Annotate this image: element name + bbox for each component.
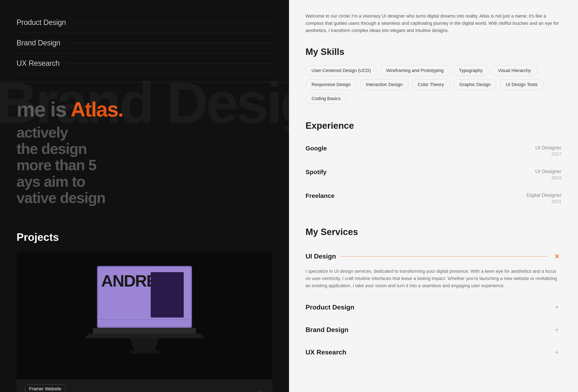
exp-role-spotify: UI Designer [535,169,562,174]
service-toggle-ui[interactable]: ✕ [552,252,562,261]
service-header-ux[interactable]: UX Research + [305,341,562,363]
exp-year-google: 2017 [535,151,562,157]
nav-label-product: Product Design [16,18,66,27]
laptop-svg-andrea: ANDREA [81,262,208,369]
hero-line-4: ays aim to [16,174,273,190]
nav-divider-3 [66,63,273,64]
service-header-brand[interactable]: Brand Design + [305,319,562,341]
skill-tag-7: Graphic Design [453,79,497,90]
exp-item-google: Google UI Designer 2017 [305,139,562,163]
hero-me-is: me is [16,98,66,121]
nav-item-ux[interactable]: UX Research [16,53,273,74]
svg-rect-3 [151,272,184,317]
hero-line-2: the design [16,141,273,157]
experience-title: Experience [305,121,562,131]
project-left-andrea: Framer Website Andrea [25,384,66,392]
skill-tag-6: Color Theory [412,79,450,90]
arrow-icon-andrea: ↗ [257,391,264,392]
exp-company-spotify: Spotify [305,169,327,175]
skills-container: User-Centered Design (UCD) Wireframing a… [305,65,562,104]
project-card-andrea: ANDREA Framer Website [16,252,273,392]
nav-label-ux: UX Research [16,59,60,68]
service-item-brand: Brand Design + [305,319,562,341]
nav-divider [72,22,273,23]
exp-year-spotify: 2019 [535,175,562,180]
hero-name-line: me is Atlas. [16,99,273,120]
nav-item-brand[interactable]: Brand Design [16,33,273,53]
service-item-ui: UI Design ✕ I specialize in UI design se… [305,245,562,296]
skill-tag-3: Visual Hierarchy [492,65,537,76]
experience-section: Experience Google UI Designer 2017 Spoti… [305,121,562,210]
skill-tag-8: UI Design Tools [500,79,543,90]
view-project-andrea[interactable]: View Project ↗ [225,391,264,392]
exp-role-google: UI Designer [535,145,562,151]
service-header-product[interactable]: Product Design + [305,296,562,318]
hero-block: Brand Design me is Atlas. actively the d… [0,82,289,223]
exp-role-freelance: Digital Designer [527,192,562,198]
hero-taglines: actively the design more than 5 ays aim … [16,124,273,206]
hero-atlas: Atlas. [71,98,123,121]
skill-tag-2: Typography [453,65,489,76]
right-panel: Welcome to our circle! I'm a visionary U… [289,0,578,392]
service-toggle-product[interactable]: + [552,303,562,312]
exp-item-freelance: Freelance Digital Designer 2021 [305,186,562,210]
services-title: My Services [305,227,562,237]
bio-text: Welcome to our circle! I'm a visionary U… [305,12,562,34]
left-panel: Product Design Brand Design UX Research … [0,0,289,392]
exp-right-google: UI Designer 2017 [535,145,562,157]
service-desc-ui: I specialize in UI design services, dedi… [305,268,562,296]
svg-marker-7 [130,338,159,350]
service-toggle-ux[interactable]: + [552,348,562,357]
exp-year-freelance: 2021 [527,199,562,204]
services-section: My Services UI Design ✕ I specialize in … [305,227,562,364]
skills-title: My Skills [305,47,562,57]
nav-section: Product Design Brand Design UX Research [0,0,289,82]
nav-item-product[interactable]: Product Design [16,12,273,33]
hero-line-1: actively [16,124,273,141]
service-item-ux: UX Research + [305,341,562,363]
nav-label-brand: Brand Design [16,39,60,47]
svg-rect-8 [130,350,159,354]
project-image-andrea: ANDREA [16,252,273,379]
skill-tag-4: Responsive Design [305,79,357,90]
service-line-ui [341,256,547,257]
exp-company-google: Google [305,145,327,152]
svg-rect-5 [93,328,196,334]
svg-marker-6 [85,334,204,338]
service-toggle-brand[interactable]: + [552,325,562,334]
hero-line-3: more than 5 [16,157,273,173]
project-tag-andrea: Framer Website [25,384,66,392]
exp-right-spotify: UI Designer 2019 [535,169,562,180]
skill-tag-1: Wireframing and Prototyping [380,65,450,76]
hero-line-5: vative design [16,190,273,206]
skill-tag-0: User-Centered Design (UCD) [305,65,377,76]
service-name-ux: UX Research [305,348,346,356]
skill-tag-5: Interaction Design [360,79,409,90]
exp-item-spotify: Spotify UI Designer 2019 [305,163,562,186]
skill-tag-9: Coding Basics [305,93,347,104]
service-name-brand: Brand Design [305,326,348,334]
projects-title: Projects [16,231,273,243]
service-name-ui: UI Design [305,253,336,260]
exp-right-freelance: Digital Designer 2021 [527,192,562,204]
service-header-ui[interactable]: UI Design ✕ [305,245,562,268]
exp-company-freelance: Freelance [305,192,335,199]
project-info-andrea: Framer Website Andrea View Project ↗ [16,379,273,392]
service-item-product: Product Design + [305,296,562,319]
service-name-product: Product Design [305,304,354,311]
projects-section: Projects ANDREA [0,223,289,392]
